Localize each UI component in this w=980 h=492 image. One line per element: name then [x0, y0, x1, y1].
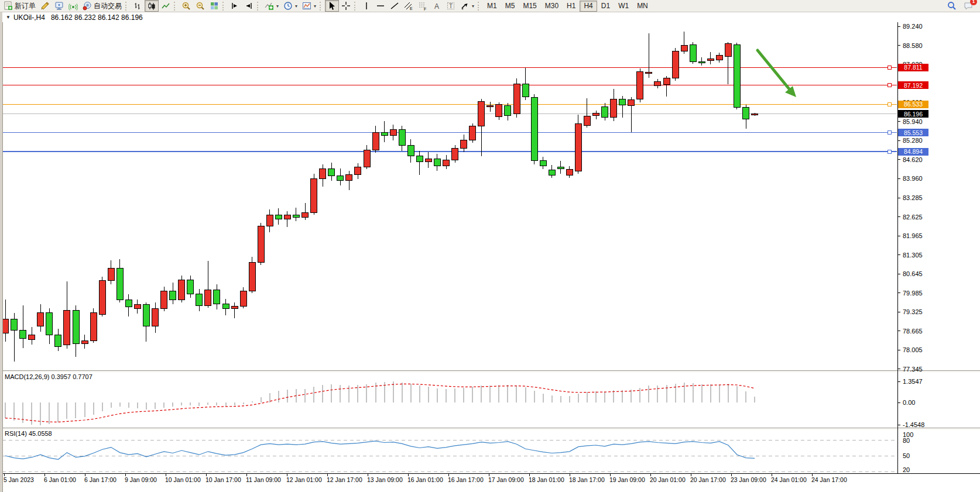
fibonacci-tool-button[interactable]: F: [416, 0, 430, 12]
timeframe-button-m30[interactable]: M30: [541, 1, 563, 12]
horizontal-line-tool-button[interactable]: [374, 0, 388, 12]
candlestick-chart-button[interactable]: [145, 0, 159, 12]
search-icon[interactable]: [947, 1, 957, 11]
timeframe-button-w1[interactable]: W1: [614, 1, 633, 12]
chart-symbol-title: UKOil-,H4: [13, 13, 45, 22]
svg-text:0.00: 0.00: [903, 399, 915, 406]
zoom-out-button[interactable]: [193, 0, 207, 12]
svg-text:81.305: 81.305: [903, 252, 923, 259]
arrows-tool-button[interactable]: ▾: [458, 0, 477, 12]
notifications-button[interactable]: 1: [964, 1, 973, 11]
indicators-button[interactable]: ▾: [262, 0, 281, 12]
horn-icon: [40, 1, 50, 11]
macd-values: 0.3957 0.7707: [51, 373, 92, 380]
main-toolbar: 新订单 自动交易: [0, 0, 980, 12]
candlestick: [496, 102, 502, 120]
clock-icon: [283, 1, 293, 11]
svg-text:18 Jan 01:00: 18 Jan 01:00: [529, 476, 564, 483]
candlestick: [249, 257, 255, 294]
svg-text:A: A: [434, 2, 439, 11]
toolbar-right: 1: [947, 1, 973, 11]
svg-text:13 Jan 09:00: 13 Jan 09:00: [367, 476, 403, 483]
timeframe-button-m1[interactable]: M1: [483, 1, 501, 12]
signal-button[interactable]: [66, 0, 80, 12]
notification-badge: 1: [970, 0, 977, 5]
svg-text:6 Jan 01:00: 6 Jan 01:00: [44, 476, 76, 483]
price-level-badge: 84.894: [898, 148, 928, 156]
text-label-tool-button[interactable]: T: [444, 0, 458, 12]
timeframe-button-h4[interactable]: H4: [580, 1, 597, 12]
svg-text:5 Jan 2023: 5 Jan 2023: [4, 476, 34, 483]
cursor-tool-button[interactable]: [325, 0, 339, 12]
crosshair-tool-button[interactable]: [339, 0, 353, 12]
svg-text:12 Jan 17:00: 12 Jan 17:00: [327, 476, 362, 483]
svg-text:83.960: 83.960: [903, 175, 923, 182]
text-tool-button[interactable]: A: [430, 0, 444, 12]
svg-text:24 Jan 01:00: 24 Jan 01:00: [771, 476, 807, 483]
svg-text:84.620: 84.620: [903, 156, 923, 163]
svg-text:16 Jan 01:00: 16 Jan 01:00: [407, 476, 443, 483]
zoom-out-icon: [196, 1, 205, 11]
timeframe-button-d1[interactable]: D1: [597, 1, 614, 12]
scroll-end-icon: [244, 1, 253, 11]
chevron-down-icon: ▾: [295, 4, 297, 9]
rsi-label: RSI(14): [5, 430, 27, 437]
svg-text:F: F: [424, 7, 426, 11]
svg-text:83.285: 83.285: [903, 194, 923, 201]
candlestick: [179, 276, 185, 303]
vertical-line-tool-button[interactable]: [359, 0, 374, 12]
toolbar-grip: [320, 2, 323, 11]
crosshair-icon: [341, 1, 351, 11]
svg-text:12 Jan 01:00: 12 Jan 01:00: [286, 476, 322, 483]
auto-trading-button[interactable]: 自动交易: [80, 0, 124, 12]
text-icon: A: [432, 1, 441, 11]
auto-scroll-button[interactable]: [228, 0, 242, 12]
svg-text:80.645: 80.645: [903, 270, 923, 277]
new-order-label: 新订单: [15, 1, 36, 11]
chevron-down-icon: ▾: [276, 4, 279, 9]
terminal-button[interactable]: [52, 0, 66, 12]
tile-windows-button[interactable]: [207, 0, 221, 12]
toolbar-grip: [125, 2, 128, 11]
periods-button[interactable]: ▾: [281, 0, 300, 12]
svg-text:23 Jan 09:00: 23 Jan 09:00: [731, 476, 766, 483]
new-order-button[interactable]: 新订单: [1, 0, 38, 12]
timeframe-button-mn[interactable]: MN: [633, 1, 652, 12]
candlestick: [90, 308, 97, 343]
svg-text:10 Jan 17:00: 10 Jan 17:00: [205, 476, 241, 483]
equidistant-channel-tool-button[interactable]: E: [402, 0, 416, 12]
candlestick: [734, 43, 741, 109]
chart-shift-button[interactable]: [242, 0, 256, 12]
line-chart-button[interactable]: [159, 0, 173, 12]
trendline-tool-button[interactable]: [388, 0, 402, 12]
equidistant-channel-icon: E: [404, 1, 413, 11]
fibonacci-icon: F: [418, 1, 427, 11]
candlestick: [531, 94, 537, 164]
new-order-icon: [4, 1, 13, 11]
bar-chart-button[interactable]: [131, 0, 145, 12]
trading-terminal: 新订单 自动交易: [0, 0, 980, 492]
timeframe-button-h1[interactable]: H1: [563, 1, 580, 12]
chevron-down-icon: ▼: [6, 15, 11, 20]
market-horn-button[interactable]: [38, 0, 52, 12]
zoom-in-button[interactable]: [179, 0, 193, 12]
price-level-badge: 85.553: [898, 129, 928, 136]
svg-text:-1.4548: -1.4548: [903, 421, 924, 428]
chart-title-bar[interactable]: ▼ UKOil-,H4 86.162 86.232 86.142 86.196: [2, 12, 980, 22]
templates-button[interactable]: ▾: [300, 0, 318, 12]
terminal-icon: [54, 1, 64, 11]
svg-text:E: E: [410, 6, 413, 11]
rsi-value: 45.0558: [29, 430, 52, 437]
timeframe-button-m15[interactable]: M15: [519, 1, 540, 12]
candlestick: [672, 48, 679, 81]
toolbar-grip: [354, 2, 357, 11]
window-left-border: [0, 12, 3, 492]
svg-text:T: T: [449, 3, 453, 9]
timeframe-button-m5[interactable]: M5: [501, 1, 519, 12]
rsi-pane-label: RSI(14) 45.0558: [5, 430, 52, 437]
macd-pane-label: MACD(12,26,9) 0.3957 0.7707: [5, 373, 92, 380]
svg-text:78.005: 78.005: [903, 346, 923, 353]
tile-windows-icon: [210, 1, 219, 11]
price-level-badge: 87.192: [898, 81, 928, 89]
svg-text:1.3547: 1.3547: [903, 378, 923, 385]
